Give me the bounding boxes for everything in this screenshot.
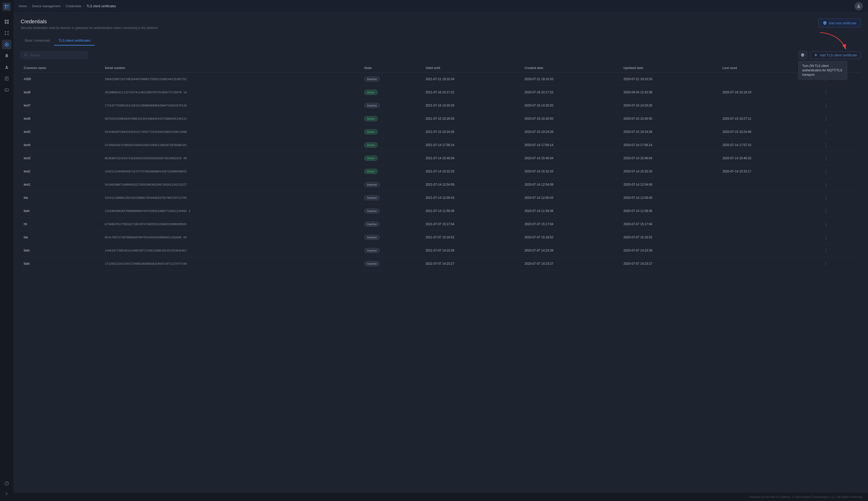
avatar[interactable] — [855, 2, 863, 10]
row-more-button[interactable]: ⋮ — [822, 233, 830, 241]
cell-state: Active — [361, 139, 422, 152]
state-badge: Inactive — [364, 222, 380, 227]
sidebar-icon-users[interactable] — [2, 63, 11, 72]
state-badge: Active — [364, 116, 378, 121]
sidebar-icon-software[interactable] — [2, 85, 11, 95]
svg-rect-6 — [5, 22, 7, 24]
cell-valid-until: 2021-07-14 15:40:04 — [422, 152, 521, 165]
cell-valid-until: 2021-07-14 12:54:09 — [422, 178, 521, 191]
breadcrumb-credentials[interactable]: Credentials — [66, 4, 81, 8]
row-more-button[interactable]: ⋮ — [822, 88, 830, 96]
cell-valid-until: 2021-07-14 12:00:43 — [422, 191, 521, 204]
main-content: Home › Device management › Credentials ›… — [13, 0, 868, 501]
cell-updated-date: 2020-07-07 14:23:27 — [620, 257, 719, 270]
sidebar-icon-apps[interactable] — [2, 29, 11, 38]
row-more-button[interactable]: ⋮ — [822, 194, 830, 202]
cell-created-date: 2020-07-15 14:20:20 — [521, 99, 620, 112]
cell-last-used: 2020-07-14 17:57:15 — [719, 139, 818, 152]
cell-state: Active — [361, 86, 422, 99]
cell-created-date: 2020-07-14 11:59:36 — [521, 204, 620, 218]
tab-tls-client-certificates[interactable]: TLS client certificates — [54, 36, 95, 45]
sidebar-icon-dashboard[interactable] — [2, 17, 11, 26]
cell-serial-number: 1446197738638161448538731399120863453537… — [101, 244, 361, 257]
svg-text:?: ? — [6, 482, 8, 485]
row-more-button[interactable]: ⋮ — [822, 207, 830, 215]
row-more-button[interactable]: ⋮ — [822, 128, 830, 136]
cell-serial-number: 1722502234155937294863058066825469724711… — [101, 257, 361, 270]
svg-rect-3 — [7, 7, 9, 9]
certificates-table: Common name Serial number State Valid un… — [21, 64, 861, 270]
search-box[interactable] — [21, 51, 88, 59]
shield-auth-button[interactable] — [798, 51, 807, 60]
cell-last-used — [719, 204, 818, 218]
breadcrumb-sep-2: › — [63, 4, 64, 8]
tabs: Basic credentials TLS client certificate… — [21, 36, 861, 45]
row-more-button[interactable]: ⋮ — [822, 181, 830, 189]
state-badge: Active — [364, 156, 378, 161]
cell-created-date: 2020-07-07 15:17:04 — [521, 218, 620, 231]
get-root-btn-label: Get root certificate — [829, 21, 856, 25]
row-more-button[interactable]: ⋮ — [822, 247, 830, 254]
breadcrumb-device-management[interactable]: Device management — [32, 4, 61, 8]
toolbar: Turn ON TLS client authentication for MQ… — [21, 51, 861, 60]
breadcrumb-home[interactable]: Home — [19, 4, 27, 8]
cell-serial-number: 5419839807148890202278563003052097265013… — [101, 178, 361, 191]
svg-point-11 — [8, 34, 9, 35]
get-root-certificate-button[interactable]: Get root certificate — [818, 19, 861, 28]
cell-updated-date: 2020-07-15 14:20:20 — [620, 99, 719, 112]
search-input[interactable] — [30, 53, 85, 57]
row-more-button[interactable]: ⋮ — [822, 102, 830, 109]
table-row: test7 1715477758051611261913898896806928… — [21, 99, 861, 112]
tooltip-shield: Turn ON TLS client authentication for MQ… — [798, 61, 847, 79]
row-more-button[interactable]: ⋮ — [822, 115, 830, 122]
cell-state: Active — [361, 152, 422, 165]
row-more-button[interactable]: ⋮ — [822, 141, 830, 149]
table-row: blah 13928049018478880088847697628551888… — [21, 204, 861, 218]
tab-basic-credentials[interactable]: Basic credentials — [21, 36, 54, 45]
row-more-button[interactable]: ⋮ — [822, 154, 830, 162]
page-subtitle: Security credentials used by devices or … — [21, 26, 158, 30]
sidebar-icon-help[interactable]: ? — [2, 479, 11, 488]
cell-common-name: blah — [21, 204, 101, 218]
cell-updated-date: 2020-07-15 10:26:50 — [620, 112, 719, 125]
cell-updated-date: 2020-07-14 12:00:43 — [620, 191, 719, 204]
cell-valid-until: 2021-07-07 15:16:52 — [422, 231, 521, 244]
add-tls-certificate-button[interactable]: Add TLS client certificate — [810, 52, 861, 59]
cell-valid-until: 2021-07-15 10:24:26 — [422, 125, 521, 139]
sidebar-icon-reports[interactable] — [2, 74, 11, 83]
cell-state: Inactive — [361, 218, 422, 231]
svg-point-22 — [858, 5, 859, 6]
cell-created-date: 2020-07-14 15:40:04 — [521, 152, 620, 165]
row-more-button[interactable]: ⋮ — [822, 260, 830, 268]
cell-common-name: test7 — [21, 99, 101, 112]
sidebar-expand-button[interactable] — [2, 489, 11, 498]
svg-point-14 — [6, 66, 8, 67]
cell-state: Active — [361, 165, 422, 178]
table-row: test6 5679325459849207086152391398492433… — [21, 112, 861, 125]
table-row: test1 5419839807148890202278563003052097… — [21, 178, 861, 191]
svg-point-8 — [5, 31, 6, 33]
cell-valid-until: 2021-07-07 14:23:27 — [422, 257, 521, 270]
cell-serial-number: 5679325459849207086152391398492433738065… — [101, 112, 361, 125]
cell-common-name: test5 — [21, 125, 101, 139]
table-row: blah 14461977386381614485387313991208634… — [21, 244, 861, 257]
cell-state: Inactive — [361, 178, 422, 191]
svg-point-13 — [6, 44, 8, 45]
sidebar-icon-notifications[interactable] — [2, 51, 11, 61]
row-more-button[interactable]: ⋮ — [822, 220, 830, 228]
sidebar-icon-devices[interactable] — [2, 40, 11, 49]
table-header-row: Common name Serial number State Valid un… — [21, 64, 861, 73]
cell-state: Inactive — [361, 231, 422, 244]
col-valid-until: Valid until — [422, 64, 521, 73]
sidebar-logo[interactable] — [3, 3, 11, 11]
add-cert-label: Add TLS client certificate — [820, 53, 857, 57]
cell-actions: ⋮ — [818, 257, 861, 270]
svg-rect-5 — [7, 20, 9, 21]
svg-rect-4 — [5, 20, 7, 21]
row-more-button[interactable]: ⋮ — [822, 168, 830, 175]
cell-common-name: test1 — [21, 178, 101, 191]
cell-actions: ⋮ — [818, 231, 861, 244]
state-badge: Inactive — [364, 103, 380, 108]
cell-valid-until: 2021-07-15 10:26:50 — [422, 112, 521, 125]
cell-created-date: 2020-07-14 12:54:09 — [521, 178, 620, 191]
